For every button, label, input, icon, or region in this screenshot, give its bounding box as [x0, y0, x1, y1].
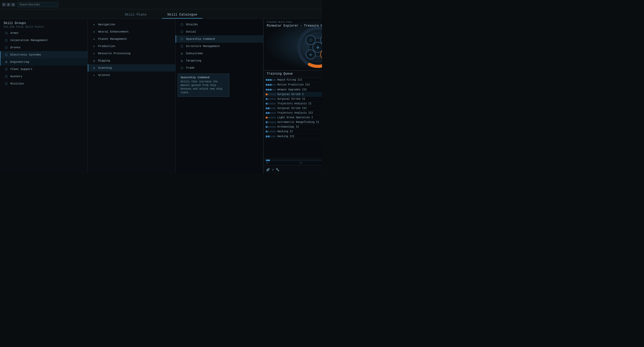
category-label: Scanning [98, 66, 112, 69]
progress-bar-fill [266, 160, 270, 161]
queue-item[interactable]: Hacking III 10h 58m 34s ✕ [264, 134, 322, 139]
qdot [272, 107, 274, 109]
group-label: Drones [10, 46, 21, 49]
subcat-label: Structure Management [186, 45, 220, 48]
subcat-item[interactable]: ◎ Targeting [176, 57, 263, 64]
qdot [268, 136, 270, 137]
subcat-item[interactable]: ⬡ Structure Management [176, 43, 263, 50]
queue-item[interactable]: Astrometric Rangefinding II ↗ 5h 18m 26s [264, 120, 322, 125]
qdot [270, 121, 272, 123]
category-item[interactable]: ✦ Science [88, 72, 175, 79]
queue-skill-name: Weapon Upgrades III [277, 88, 322, 91]
category-label: Resource Processing [98, 52, 130, 55]
skill-group-item[interactable]: ⬡ Fleet Support [0, 66, 88, 73]
scanning-icon: ◎ [92, 66, 96, 70]
queue-header: Training Queue 2+ ▶▶ [264, 70, 322, 77]
minimize-icon[interactable]: ● [2, 3, 6, 6]
category-item[interactable]: ✦ Resource Processing [88, 50, 175, 57]
queue-item[interactable]: Weapon Upgrades III 7h 19m 2s ✕ [264, 87, 322, 92]
qdot [274, 103, 276, 105]
queue-dots [266, 121, 276, 123]
subcat-item[interactable]: ⬡ Social [176, 28, 263, 35]
queue-item-active[interactable]: Light Drone Operation I ⚙ 8m 26s [264, 115, 322, 120]
wrench-icon[interactable]: 🔧 [276, 168, 279, 171]
progress-area: 1e 2e 3e 4e [264, 158, 322, 165]
qdot [266, 98, 268, 100]
queue-skill-name: Archaeology II [277, 125, 322, 128]
subcat-item[interactable]: ⬡ Shields [176, 21, 263, 28]
skill-group-item-electronic[interactable]: ⬡ Electronic Systems [0, 51, 88, 58]
category-item[interactable]: ✦ Planet Management [88, 35, 175, 43]
settings-icon[interactable]: ◆ [7, 3, 10, 6]
queue-item[interactable]: Hacking II 📖 1h 56m 26s [264, 129, 322, 134]
queue-skill-name: Light Drone Operation I [277, 116, 322, 119]
qdot [272, 121, 274, 123]
category-item[interactable]: ✦ Production [88, 43, 175, 50]
skill-group-item[interactable]: ⬡ Armor [0, 29, 88, 37]
link-icon[interactable]: 🔗 [266, 168, 270, 171]
queue-dots [266, 131, 276, 132]
subcat-item[interactable]: ⬡ Trade [176, 64, 263, 72]
total-sp: 522,928 Total Skill Points [4, 26, 84, 28]
queue-item[interactable]: Surgical Strike II 2h 36m 14s [264, 97, 322, 101]
qdot [266, 89, 268, 91]
qdot [270, 103, 272, 105]
queue-item[interactable]: Trajectory Analysis II 3h 14m 4s [264, 101, 322, 106]
qdot [274, 98, 276, 100]
qdot [270, 107, 272, 109]
skill-group-item[interactable]: ⬡ Drones [0, 44, 88, 51]
qdot [268, 112, 270, 114]
qdot [266, 121, 268, 123]
queue-item[interactable]: Surgical Strike III 14h 38m 6s [264, 106, 322, 111]
qdot [274, 84, 276, 86]
settings-icon[interactable]: ⚙ [272, 168, 274, 171]
qdot [272, 98, 274, 100]
skill-wheel: ⬡ ⚙ ⊞ ⚙ ⊕ [297, 27, 322, 68]
search-input[interactable] [17, 2, 58, 7]
qdot [268, 117, 270, 119]
skill-group-item[interactable]: ⬡ Gunnery [0, 73, 88, 80]
subcat-item-spaceship[interactable]: ⬡ Spaceship Command [176, 35, 263, 43]
window-controls: ● ◆ ▲ [2, 3, 15, 6]
qdot [266, 136, 268, 137]
group-label: Fleet Support [10, 68, 33, 71]
engineering-icon: ⚙ [4, 60, 8, 64]
qdot [272, 112, 274, 114]
social-icon: ⬡ [180, 30, 184, 34]
queue-item[interactable]: Archaeology II 📖 1h 56m 26s [264, 125, 322, 129]
queue-item[interactable]: Trajectory Analysis III 18h 17m 36s [264, 111, 322, 115]
close-icon[interactable]: ▲ [11, 3, 15, 6]
qdot [272, 126, 274, 128]
shields-icon: ⬡ [180, 22, 184, 27]
qdot [270, 79, 272, 81]
queue-skill-name: Surgical Strike II [277, 98, 322, 100]
queue-item-active[interactable]: Surgical Strike I 33m 26s [264, 92, 322, 97]
queue-item[interactable]: Motion Prediction III 7h 19m 2s ✕ [264, 82, 322, 87]
rigging-icon: ◎ [92, 59, 96, 63]
group-label: Armor [10, 31, 19, 35]
queue-title: Training Queue [267, 72, 293, 76]
skill-group-item[interactable]: ⬡ Missiles [0, 80, 88, 87]
queue-item[interactable]: Rapid Firing III 7h 19m 2s ✕ [264, 77, 322, 82]
qdot [266, 117, 268, 119]
category-item-scanning[interactable]: ◎ Scanning [88, 64, 175, 72]
tab-skill-catalogue[interactable]: Skill Catalogue [162, 11, 202, 19]
skill-group-item-engineering[interactable]: ⚙ Engineering [0, 58, 88, 66]
qdot [268, 126, 270, 128]
category-item[interactable]: ✦ Neural Enhancement [88, 28, 175, 35]
qdot [266, 93, 268, 95]
subcat-item[interactable]: ◎ Subsystems [176, 50, 263, 57]
qdot [266, 112, 268, 114]
qdot [266, 131, 268, 132]
subcat-label: Spaceship Command [186, 37, 215, 41]
qdot [268, 107, 270, 109]
qdot [270, 84, 272, 86]
fleet-icon: ⬡ [4, 67, 8, 71]
category-item[interactable]: ✦ Navigation [88, 21, 175, 28]
category-item[interactable]: ◎ Rigging [88, 57, 175, 64]
tab-skill-plans[interactable]: Skill Plans [120, 11, 152, 19]
trade-icon: ⬡ [180, 66, 184, 70]
skill-group-item[interactable]: ⬡ Corporation Management [0, 37, 88, 44]
main-layout: Skill Groups 522,928 Total Skill Points … [0, 19, 322, 174]
queue-dots [266, 117, 276, 119]
